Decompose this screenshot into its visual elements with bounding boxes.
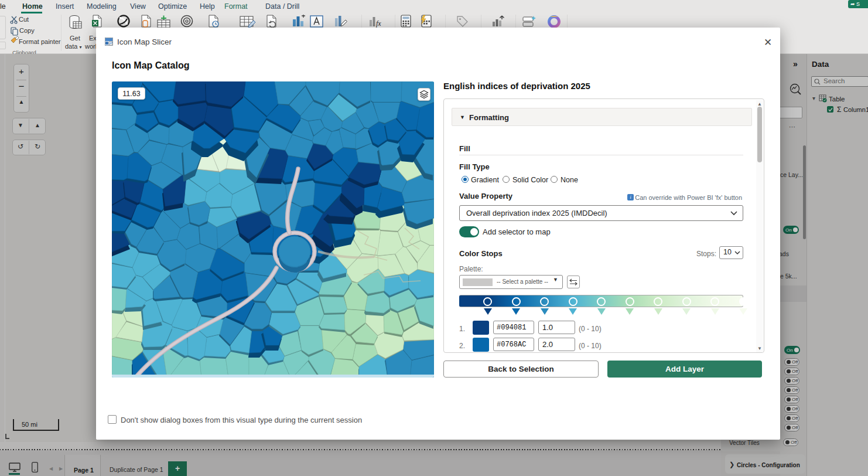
svg-text:fx: fx	[376, 19, 381, 28]
